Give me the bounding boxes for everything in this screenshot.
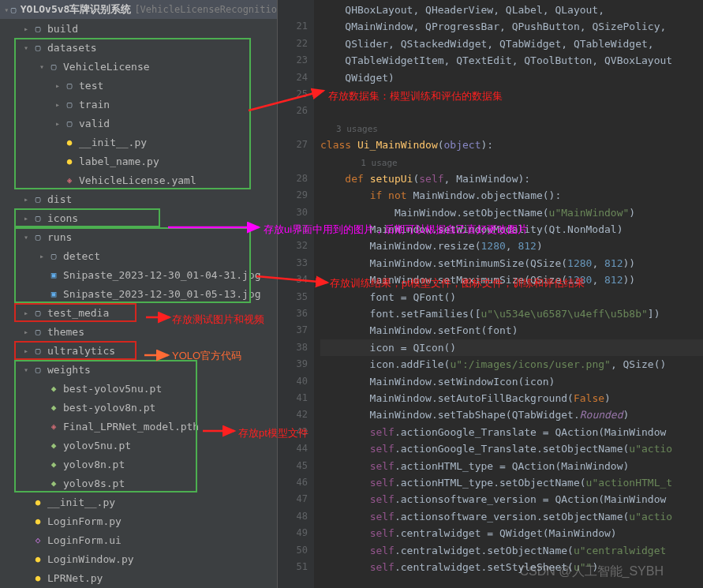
folder-icon: ▢ [63, 117, 76, 129]
line-number: 33 [278, 255, 308, 272]
line-number: 46 [278, 474, 308, 491]
code-line[interactable]: self.actionHTML_type = QAction(MainWindo… [320, 458, 703, 474]
code-line[interactable]: 1 usage [320, 154, 703, 170]
tree-item-label: best-yolov8n.pt [63, 402, 155, 414]
img-icon: ▣ [47, 268, 60, 281]
line-number: 41 [278, 390, 308, 406]
tree-item[interactable]: ▾▢runs [0, 227, 277, 246]
code-line[interactable]: QHBoxLayout, QHeaderView, QLabel, QLayou… [320, 2, 703, 18]
tree-item[interactable]: ●__init__.py [0, 492, 277, 511]
code-line[interactable]: self.actionsoftware_version = QAction(Ma… [320, 491, 703, 507]
code-line[interactable]: class Ui_MainWindow(object): [320, 137, 703, 153]
code-editor[interactable]: 2122232425262728293031323334353637383940… [278, 0, 703, 588]
tree-item[interactable]: ▸▢themes [0, 322, 277, 341]
code-line[interactable]: icon.addFile(u":/images/icons/user.png",… [320, 356, 703, 373]
tree-item[interactable]: ▸▢build [0, 19, 277, 38]
tree-item[interactable]: ◆best-yolov5nu.pt [0, 379, 277, 398]
line-number: 51 [278, 559, 308, 575]
code-line[interactable]: MainWindow.setTabShape(QTabWidget.Rounde… [320, 406, 703, 423]
tree-item[interactable]: ▸▢test_media [0, 303, 277, 322]
code-line[interactable]: MainWindow.setMinimumSize(QSize(1280, 81… [320, 255, 703, 272]
code-line[interactable] [320, 86, 703, 103]
code-line[interactable]: MainWindow.setObjectName(u"MainWindow") [320, 204, 703, 221]
code-line[interactable]: font.setFamilies([u"\u534e\u6587\u4eff\u… [320, 305, 703, 322]
code-line[interactable]: MainWindow.setMaximumSize(QSize(1280, 81… [320, 272, 703, 288]
code-line[interactable]: self.actionsoftware_version.setObjectNam… [320, 508, 703, 525]
tree-item[interactable]: ▸▢ultralytics [0, 341, 277, 360]
tree-item[interactable]: ▾▢datasets [0, 38, 277, 57]
root-name: YOLOv5v8车牌识别系统 [21, 2, 132, 17]
py-icon: ● [32, 515, 44, 527]
project-tree-panel[interactable]: ▾ ▢ YOLOv5v8车牌识别系统 [VehicleLicenseRecogn… [0, 0, 278, 588]
code-line[interactable]: QTableWidgetItem, QTextEdit, QToolButton… [320, 52, 703, 69]
code-line[interactable]: def setupUi(self, MainWindow): [320, 170, 703, 187]
folder-icon: ▢ [47, 249, 60, 262]
code-line[interactable]: 3 usages [320, 120, 703, 137]
tree-item[interactable]: ◆yolov5nu.pt [0, 436, 277, 455]
code-line[interactable]: self.actionGoogle_Translate.setObjectNam… [320, 440, 703, 457]
line-number: 24 [278, 69, 308, 86]
code-line[interactable] [320, 103, 703, 119]
tree-item[interactable]: ◈Final_LPRNet_model.pth [0, 417, 277, 436]
tree-item[interactable]: ▸▢dist [0, 189, 277, 208]
chevron-icon: ▸ [21, 309, 32, 317]
code-line[interactable]: MainWindow.setWindowModality(Qt.NonModal… [320, 221, 703, 238]
code-line[interactable]: font = QFont() [320, 289, 703, 305]
code-line[interactable]: self.centralwidget.setStyleSheet(u"") [320, 559, 703, 575]
project-icon: ▢ [9, 3, 17, 16]
line-number: 47 [278, 491, 308, 507]
tree-item[interactable]: ●LoginWindow.py [0, 549, 277, 568]
tree-item[interactable]: ●__init__.py [0, 133, 277, 152]
code-line[interactable]: if not MainWindow.objectName(): [320, 187, 703, 204]
folder-icon: ▢ [32, 212, 44, 224]
tree-item-label: dist [47, 193, 72, 205]
tree-item[interactable]: ●LoginForm.py [0, 511, 277, 530]
code-line[interactable]: self.centralwidget.setObjectName(u"centr… [320, 542, 703, 559]
tree-item[interactable]: ▸▢train [0, 95, 277, 114]
chevron-icon: ▸ [52, 100, 63, 109]
code-line[interactable]: QMainWindow, QProgressBar, QPushButton, … [320, 18, 703, 35]
tree-item[interactable]: ▸▢valid [0, 114, 277, 133]
line-number: 44 [278, 440, 308, 457]
tree-item[interactable]: ▣Snipaste_2023-12-30_01-05-13.jpg [0, 284, 277, 303]
tree-item[interactable]: ●label_name.py [0, 152, 277, 170]
code-line[interactable]: icon = QIcon() [320, 339, 703, 356]
folder-icon: ▢ [32, 22, 44, 35]
code-line[interactable]: self.actionGoogle_Translate = QAction(Ma… [320, 424, 703, 440]
tree-item[interactable]: ●LPRNet.py [0, 568, 277, 587]
line-number: 38 [278, 339, 308, 356]
py-icon: ● [32, 496, 44, 508]
project-root[interactable]: ▾ ▢ YOLOv5v8车牌识别系统 [VehicleLicenseRecogn… [0, 0, 277, 19]
code-line[interactable]: MainWindow.setAutoFillBackground(False) [320, 390, 703, 406]
code-line[interactable]: self.centralwidget = QWidget(MainWindow) [320, 525, 703, 541]
tree-item[interactable]: ▾▢weights [0, 360, 277, 379]
line-number: 36 [278, 305, 308, 322]
chevron-icon: ▸ [36, 252, 47, 260]
tree-item-label: runs [47, 231, 72, 243]
chevron-icon: ▸ [21, 214, 32, 223]
tree-item[interactable]: ▸▢detect [0, 246, 277, 265]
tree-item[interactable]: ▸▢icons [0, 208, 277, 227]
code-line[interactable]: MainWindow.resize(1280, 812) [320, 238, 703, 254]
tree-item-label: __init__.py [79, 137, 147, 148]
tree-item[interactable]: ◆yolov8n.pt [0, 455, 277, 474]
code-line[interactable]: QSlider, QStackedWidget, QTabWidget, QTa… [320, 36, 703, 52]
tree-item[interactable]: ◇LoginForm.ui [0, 530, 277, 549]
code-line[interactable]: MainWindow.setWindowIcon(icon) [320, 373, 703, 390]
code-line[interactable]: self.actionHTML_type.setObjectName(u"act… [320, 474, 703, 491]
code-line[interactable]: QWidget) [320, 69, 703, 86]
tree-item[interactable]: ▾▢VehicleLicense [0, 57, 277, 76]
yaml-icon: ◈ [47, 420, 60, 433]
tree-item[interactable]: ◆yolov8s.pt [0, 474, 277, 492]
code-content[interactable]: QHBoxLayout, QHeaderView, QLabel, QLayou… [314, 0, 703, 588]
tree-item[interactable]: ◈VehicleLicense.yaml [0, 170, 277, 189]
code-line[interactable]: MainWindow.setFont(font) [320, 322, 703, 339]
tree-item[interactable]: ▣Snipaste_2023-12-30_01-04-31.jpg [0, 265, 277, 284]
chevron-icon: ▸ [21, 195, 32, 204]
tree-item-label: VehicleLicense.yaml [79, 174, 196, 186]
tree-item[interactable]: ▸▢test [0, 76, 277, 95]
chevron-icon: ▾ [21, 233, 32, 242]
tree-item[interactable]: ◆best-yolov8n.pt [0, 398, 277, 417]
py-icon: ● [63, 155, 76, 167]
tree-item-label: yolov5nu.pt [63, 440, 131, 451]
